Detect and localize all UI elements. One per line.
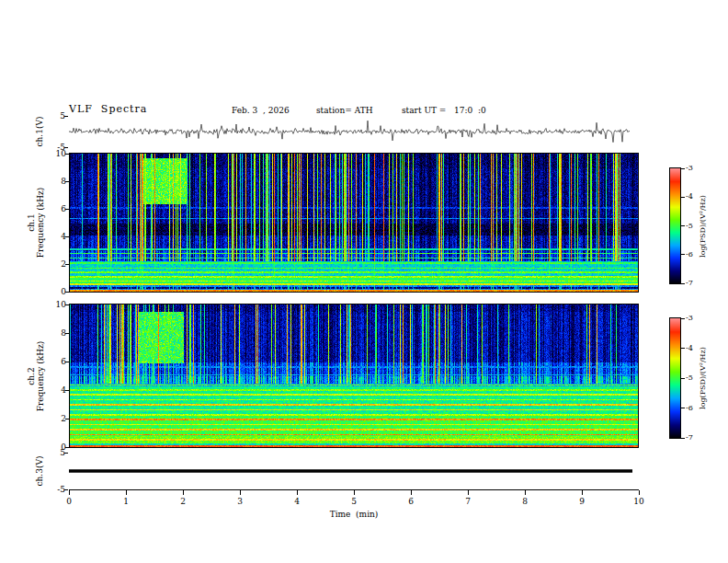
date-label: Feb. 3 , 2026	[232, 106, 290, 115]
x-tick-label: 5	[345, 497, 363, 506]
x-tick-label: 8	[516, 497, 534, 506]
ch2-spectrogram-panel: 1086420	[69, 304, 639, 448]
y-tick-label: 4	[51, 233, 66, 241]
x-tick-mark	[297, 490, 298, 495]
y-tick-label: 6	[51, 358, 66, 366]
start-ut-label: start UT = 17:0 :0	[402, 106, 486, 115]
x-tick-mark	[525, 490, 526, 495]
x-tick-mark	[354, 490, 355, 495]
colorbar-tick-mark	[681, 348, 685, 349]
ch2-spec-axis-label: Frequency (kHz)	[36, 340, 45, 411]
ch1-wave-ylabel-text: ch.1(V)	[35, 117, 44, 147]
ch3-waveform-panel: 5-5	[69, 453, 639, 489]
colorbar-2-label: log(PSD)/(V²/Hz)	[695, 317, 711, 439]
ch1-spec-ylabel: ch.1 Frequency (kHz)	[20, 153, 51, 293]
y-tick-label: 5	[51, 112, 65, 121]
colorbar-tick-mark	[681, 197, 685, 198]
x-tick-mark	[411, 490, 412, 495]
colorbar-1-label: log(PSD)/(V²/Hz)	[695, 167, 711, 284]
x-tick-mark	[582, 490, 583, 495]
colorbar-tick-mark	[681, 408, 685, 408]
x-tick-label: 9	[573, 497, 591, 506]
plot-title: VLF Spectra	[69, 103, 147, 115]
ch2-spec-channel-label: ch.2	[27, 340, 36, 411]
ch1-wave-ylabel: ch.1(V)	[24, 116, 55, 147]
x-tick-mark	[639, 490, 640, 495]
vlf-spectra-figure: VLF Spectra Feb. 3 , 2026 station= ATH s…	[0, 0, 728, 563]
y-tick-label: 8	[51, 178, 66, 186]
ch1-spec-axis-label: Frequency (kHz)	[36, 188, 45, 259]
colorbar-2-label-text: log(PSD)/(V²/Hz)	[699, 347, 708, 409]
x-tick-label: 2	[174, 497, 192, 506]
time-axis: Time (min) 012345678910	[69, 489, 639, 521]
ch2-spec-ylabel: ch.2 Frequency (kHz)	[20, 304, 51, 448]
x-tick-label: 10	[630, 497, 648, 506]
colorbar-tick-mark	[681, 254, 685, 255]
ch2-spec-ylabel-text: ch.2 Frequency (kHz)	[27, 340, 45, 411]
x-tick-label: 7	[459, 497, 477, 506]
ch2-spectrogram-canvas	[70, 304, 638, 447]
colorbar-1: -3-4-5-6-7	[669, 167, 681, 284]
y-tick-label: 0	[51, 288, 66, 296]
y-tick-label: 5	[51, 449, 65, 457]
ch1-waveform-canvas	[69, 116, 639, 147]
x-tick-mark	[468, 490, 469, 495]
colorbar-tick-mark	[681, 378, 685, 379]
colorbar-tick-mark	[681, 225, 685, 226]
ch1-spectrogram-panel: 1086420	[69, 153, 639, 293]
colorbar-2: -3-4-5-6-7	[669, 317, 681, 439]
x-tick-label: 4	[288, 497, 306, 506]
ch3-wave-ylabel: ch.3(V)	[24, 453, 55, 489]
ch3-wave-ylabel-text: ch.3(V)	[35, 456, 44, 487]
y-tick-label: 10	[51, 150, 66, 158]
colorbar-tick-mark	[681, 168, 685, 169]
ch1-spec-ylabel-text: ch.1 Frequency (kHz)	[27, 188, 45, 259]
y-tick-label: 2	[51, 260, 66, 269]
x-tick-label: 3	[231, 497, 249, 506]
x-tick-label: 0	[60, 497, 78, 506]
colorbar-2-canvas	[670, 318, 680, 438]
y-tick-label: -5	[51, 486, 65, 494]
x-tick-mark	[69, 490, 70, 495]
station-label: station= ATH	[316, 106, 373, 115]
x-tick-mark	[126, 490, 127, 495]
colorbar-tick-mark	[681, 283, 685, 284]
y-tick-label: 2	[51, 415, 66, 423]
y-tick-label: 8	[51, 329, 66, 338]
time-axis-label: Time (min)	[69, 510, 639, 519]
ch1-waveform-panel: 5-5	[69, 116, 639, 147]
y-tick-label: 10	[51, 301, 66, 309]
x-tick-label: 6	[402, 497, 420, 506]
y-tick-label: 6	[51, 205, 66, 213]
x-tick-mark	[183, 490, 184, 495]
colorbar-1-canvas	[670, 168, 680, 283]
x-tick-label: 1	[117, 497, 135, 506]
ch1-spectrogram-canvas	[70, 154, 638, 292]
colorbar-tick-mark	[681, 318, 685, 319]
ch1-spec-channel-label: ch.1	[27, 188, 36, 259]
colorbar-1-label-text: log(PSD)/(V²/Hz)	[699, 195, 708, 258]
x-tick-mark	[240, 490, 241, 495]
colorbar-tick-mark	[681, 438, 685, 439]
ch3-waveform-canvas	[69, 453, 639, 489]
y-tick-label: 4	[51, 386, 66, 395]
